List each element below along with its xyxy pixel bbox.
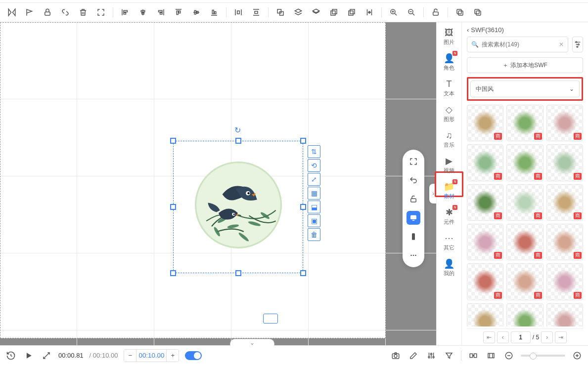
style-filter-dropdown[interactable]: 中国风 ⌄ — [470, 81, 580, 97]
play-icon[interactable] — [23, 350, 35, 362]
dist-h-icon[interactable] — [230, 4, 246, 20]
search-input-wrap[interactable]: 🔍 ✕ — [467, 37, 568, 52]
filter2-icon[interactable] — [443, 350, 455, 362]
group-icon[interactable] — [272, 4, 288, 20]
spacing-icon[interactable] — [362, 4, 377, 20]
selection-action-2[interactable]: ⤢ — [308, 173, 320, 186]
layer-down-icon[interactable] — [290, 4, 306, 20]
panel-collapse-icon[interactable]: › — [429, 184, 436, 203]
align-top-icon[interactable] — [171, 4, 186, 20]
resize-e[interactable] — [300, 204, 306, 210]
category-image[interactable]: 🖼图片 — [444, 27, 454, 46]
asset-item[interactable]: 商 — [546, 144, 583, 181]
asset-item[interactable]: 商 — [467, 105, 503, 141]
bring-front-icon[interactable] — [344, 4, 360, 20]
align-right-icon[interactable] — [153, 4, 169, 20]
selection-box[interactable]: ↻ ⇅⟲⤢▦⬓▣🗑 — [173, 141, 303, 273]
unlock-icon[interactable] — [407, 192, 420, 206]
send-back-icon[interactable] — [326, 4, 342, 20]
expand-icon[interactable] — [41, 350, 52, 362]
asset-item[interactable]: 商 — [506, 105, 543, 141]
screen-icon[interactable] — [407, 211, 420, 225]
autoplay-toggle[interactable] — [185, 351, 202, 360]
zoom-slider[interactable] — [521, 355, 565, 357]
filter-icon[interactable] — [572, 37, 583, 52]
page-prev-icon[interactable]: ‹ — [497, 331, 509, 343]
align-left-icon[interactable] — [117, 4, 133, 20]
page-thumbnail-icon[interactable] — [263, 314, 278, 324]
page-input[interactable] — [511, 331, 531, 343]
duration-inc[interactable]: + — [167, 350, 179, 362]
selection-action-1[interactable]: ⟲ — [308, 159, 320, 172]
lock2-icon[interactable] — [428, 4, 444, 20]
history-icon[interactable] — [5, 350, 17, 362]
focus-icon[interactable] — [93, 4, 109, 20]
selection-action-0[interactable]: ⇅ — [308, 145, 320, 158]
flip-h-icon[interactable] — [4, 4, 20, 20]
duration-dec[interactable]: − — [124, 350, 136, 362]
resize-sw[interactable] — [170, 270, 176, 276]
asset-item[interactable]: 商 — [546, 105, 583, 141]
asset-item[interactable]: 商 — [546, 263, 583, 300]
asset-item[interactable]: 商 — [506, 263, 543, 300]
resize-s[interactable] — [235, 270, 241, 276]
asset-item[interactable]: 商个人 — [506, 303, 543, 326]
category-asset[interactable]: 📁素材N — [444, 181, 454, 200]
resize-w[interactable] — [170, 204, 176, 210]
dist-v-icon[interactable] — [248, 4, 264, 20]
adjust-icon[interactable] — [425, 350, 437, 362]
selection-action-5[interactable]: ▣ — [308, 214, 320, 227]
timeline-collapse-tab[interactable]: ⌄ — [230, 339, 274, 346]
asset-item[interactable]: 商 — [506, 144, 543, 181]
selection-action-4[interactable]: ⬓ — [308, 201, 320, 213]
lock-icon[interactable] — [40, 4, 55, 20]
asset-item[interactable]: 商 — [467, 144, 503, 181]
layer-up-icon[interactable] — [308, 4, 324, 20]
asset-item[interactable]: 商 — [506, 184, 543, 221]
category-music[interactable]: ♫音乐 — [444, 130, 454, 149]
zoom-out-icon[interactable] — [404, 4, 419, 20]
undo-icon[interactable] — [407, 173, 420, 187]
resize-nw[interactable] — [170, 138, 176, 144]
selection-action-6[interactable]: 🗑 — [308, 228, 320, 241]
category-role[interactable]: 👤角色N — [444, 53, 454, 72]
edit-icon[interactable] — [407, 350, 419, 362]
more-icon[interactable] — [407, 248, 420, 262]
duration-input[interactable] — [136, 350, 167, 362]
page-first-icon[interactable]: ⇤ — [483, 331, 495, 343]
resize-se[interactable] — [300, 270, 306, 276]
transition-icon[interactable] — [467, 350, 479, 362]
zoom-out2-icon[interactable] — [503, 350, 515, 362]
duration-stepper[interactable]: − + — [124, 349, 179, 362]
rotate-handle-icon[interactable]: ↻ — [234, 125, 241, 135]
asset-item[interactable]: 商 — [467, 263, 503, 300]
add-local-swf-button[interactable]: ＋ 添加本地SWF — [467, 57, 583, 73]
category-misc[interactable]: ⋯其它 — [444, 233, 454, 251]
category-widget[interactable]: ✱元件N — [444, 207, 454, 226]
resize-ne[interactable] — [300, 138, 306, 144]
trash-icon[interactable] — [75, 4, 91, 20]
flag-icon[interactable] — [22, 4, 38, 20]
resize-n[interactable] — [235, 138, 241, 144]
page-last-icon[interactable]: ⇥ — [555, 331, 567, 343]
asset-item[interactable]: 商 — [467, 224, 503, 260]
phone-icon[interactable] — [407, 230, 420, 243]
panel-back[interactable]: ‹ SWF(3610) — [467, 26, 583, 34]
clear-icon[interactable]: ✕ — [559, 41, 564, 48]
category-text[interactable]: T文本 — [444, 79, 454, 97]
asset-item[interactable]: 商 — [546, 184, 583, 221]
fullscreen-icon[interactable] — [407, 155, 420, 168]
asset-item[interactable]: 商 — [506, 224, 543, 260]
asset-item[interactable]: 商个人 — [546, 303, 583, 326]
zoom-in-icon[interactable] — [386, 4, 402, 20]
paste-icon[interactable] — [470, 4, 486, 20]
asset-item[interactable]: 商个人 — [467, 303, 503, 326]
asset-item[interactable]: 商 — [467, 184, 503, 221]
zoom-in2-icon[interactable] — [571, 350, 583, 362]
search-input[interactable] — [482, 41, 556, 48]
category-video[interactable]: ▶视频 — [444, 156, 454, 174]
canvas-area[interactable]: /* grid drawn via JS below */ — [0, 22, 436, 345]
category-shape[interactable]: ◇图形 — [444, 104, 454, 123]
unlink-icon[interactable] — [57, 4, 73, 20]
camera-icon[interactable] — [390, 350, 402, 362]
